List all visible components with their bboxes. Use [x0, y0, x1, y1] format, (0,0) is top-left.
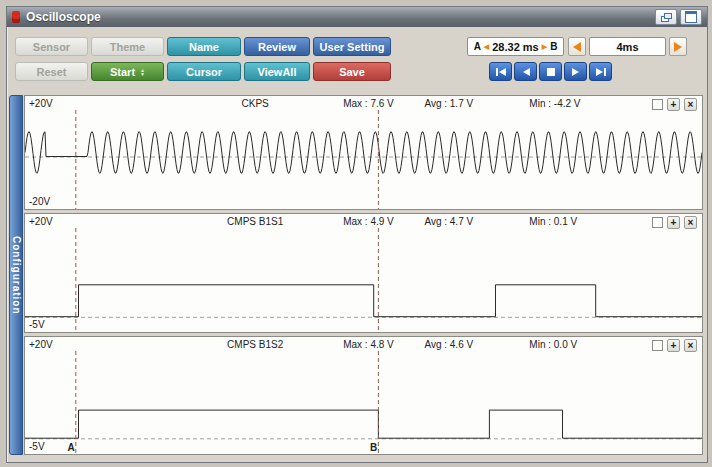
sensor-button[interactable]: Sensor — [15, 37, 88, 56]
maximize-icon — [685, 11, 697, 23]
name-button[interactable]: Name — [167, 37, 241, 56]
channel-controls: + × — [652, 98, 697, 111]
plus-icon: + — [671, 217, 677, 228]
window-restore-button[interactable] — [655, 9, 677, 25]
plus-icon: + — [671, 340, 677, 351]
channel-name: CMPS B1S2 — [201, 339, 309, 350]
channel-avg-value: Avg : 1.7 V — [424, 98, 473, 109]
cursor-a-marker-icon: ◀ — [484, 43, 489, 50]
close-button[interactable]: × — [684, 98, 697, 111]
reset-button[interactable]: Reset — [15, 62, 88, 81]
cmps-b1s1-waveform-plot — [25, 214, 702, 332]
viewall-button[interactable]: ViewAll — [244, 62, 310, 81]
left-arrow-icon — [573, 42, 581, 52]
back-icon — [521, 67, 531, 77]
channel-max-value: Max : 4.8 V — [343, 339, 394, 350]
oscilloscope-window: Oscilloscope Sensor Theme Name Review Us… — [6, 6, 708, 463]
channel-min-value: Min : 0.0 V — [529, 339, 577, 350]
close-icon: × — [688, 217, 694, 228]
window-title: Oscilloscope — [26, 10, 101, 24]
spinner-up-down-icon: ▲ ▼ — [140, 68, 145, 76]
skip-start-icon — [495, 67, 507, 77]
channel-name: CKPS — [201, 98, 309, 109]
cursor-button[interactable]: Cursor — [167, 62, 241, 81]
scale-bottom-label: -5V — [29, 441, 45, 452]
channel-panel-ckps: +20V CKPS Max : 7.6 V Avg : 1.7 V Min : … — [24, 95, 703, 210]
window-controls — [655, 9, 702, 25]
zoom-button[interactable]: + — [667, 216, 680, 229]
right-arrow-icon — [674, 42, 682, 52]
close-button[interactable]: × — [684, 216, 697, 229]
channel-controls: + × — [652, 216, 697, 229]
cursor-ab-time-readout: A ◀ 28.32 ms ▶ B — [467, 37, 564, 56]
channel-visible-checkbox[interactable] — [652, 217, 663, 228]
cursor-delta-time: 28.32 ms — [492, 41, 538, 53]
cursor-b-label: B — [550, 41, 557, 52]
channel-panel-cmps-b1s2: +20V CMPS B1S2 Max : 4.8 V Avg : 4.6 V M… — [24, 336, 703, 455]
channel-max-value: Max : 7.6 V — [343, 98, 394, 109]
title-bar: Oscilloscope — [7, 7, 707, 27]
ckps-waveform-plot — [25, 96, 702, 209]
scale-bottom-label: -5V — [29, 319, 45, 330]
timebase-increase-button[interactable] — [669, 37, 687, 56]
channel-min-value: Min : -4.2 V — [529, 98, 580, 109]
spinner-down-icon: ▼ — [140, 72, 145, 76]
scale-top-label: +20V — [29, 216, 53, 227]
timebase-value: 4ms — [589, 37, 666, 56]
channel-name: CMPS B1S1 — [201, 216, 309, 227]
channel-panels: +20V CKPS Max : 7.6 V Avg : 1.7 V Min : … — [24, 95, 703, 458]
configuration-tab[interactable]: Configuration — [9, 95, 23, 455]
zoom-button[interactable]: + — [667, 339, 680, 352]
scale-top-label: +20V — [29, 339, 53, 350]
stop-button[interactable] — [539, 62, 562, 81]
channel-min-value: Min : 0.1 V — [529, 216, 577, 227]
plus-icon: + — [671, 99, 677, 110]
channel-avg-value: Avg : 4.7 V — [424, 216, 473, 227]
start-button[interactable]: Start ▲ ▼ — [91, 62, 164, 81]
stop-icon — [546, 67, 556, 77]
play-icon — [571, 67, 581, 77]
channel-panel-cmps-b1s1: +20V CMPS B1S1 Max : 4.9 V Avg : 4.7 V M… — [24, 213, 703, 333]
cmps-b1s2-waveform-plot — [25, 337, 702, 454]
review-button[interactable]: Review — [244, 37, 310, 56]
skip-end-icon — [595, 67, 607, 77]
save-button[interactable]: Save — [313, 62, 391, 81]
cursor-a-label: A — [474, 41, 481, 52]
skip-to-start-button[interactable] — [489, 62, 512, 81]
close-icon: × — [688, 99, 694, 110]
user-setting-button[interactable]: User Setting — [313, 37, 391, 56]
cursor-b-marker-icon: ▶ — [542, 43, 547, 50]
channel-max-value: Max : 4.9 V — [343, 216, 394, 227]
scale-top-label: +20V — [29, 98, 53, 109]
channel-avg-value: Avg : 4.6 V — [424, 339, 473, 350]
cursor-b-flag[interactable]: B — [370, 442, 377, 453]
theme-button[interactable]: Theme — [91, 37, 164, 56]
close-icon: × — [688, 340, 694, 351]
timebase-decrease-button[interactable] — [568, 37, 586, 56]
start-button-label: Start — [110, 66, 135, 78]
window-maximize-button[interactable] — [680, 9, 702, 25]
scale-bottom-label: -20V — [29, 196, 50, 207]
skip-to-end-button[interactable] — [589, 62, 612, 81]
channel-visible-checkbox[interactable] — [652, 99, 663, 110]
close-button[interactable]: × — [684, 339, 697, 352]
play-button[interactable] — [564, 62, 587, 81]
channel-visible-checkbox[interactable] — [652, 340, 663, 351]
restore-icon — [661, 13, 672, 22]
step-back-button[interactable] — [514, 62, 537, 81]
channel-controls: + × — [652, 339, 697, 352]
configuration-tab-label: Configuration — [11, 236, 22, 315]
app-icon — [12, 11, 20, 23]
cursor-a-flag[interactable]: A — [67, 442, 74, 453]
zoom-button[interactable]: + — [667, 98, 680, 111]
